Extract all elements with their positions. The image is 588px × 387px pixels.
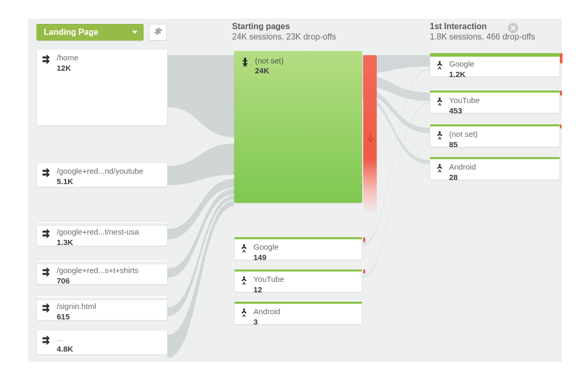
first-interaction-node[interactable]: YouTube 453 bbox=[430, 92, 560, 113]
node-value: 5.1K bbox=[57, 177, 143, 186]
node-label: ... bbox=[57, 334, 73, 343]
column-subtitle: 1.8K sessions, 466 drop-offs bbox=[430, 32, 535, 42]
column-header-starting-pages: Starting pages 24K sessions, 23K drop-of… bbox=[232, 22, 336, 42]
first-interaction-node[interactable]: Google 1.2K bbox=[430, 55, 560, 77]
node-value: 706 bbox=[57, 276, 138, 285]
node-value: 3 bbox=[253, 317, 280, 326]
through-traffic-icon bbox=[41, 167, 53, 178]
dropoff-arrow-icon bbox=[366, 133, 375, 145]
node-topbar bbox=[234, 237, 362, 239]
svg-point-5 bbox=[439, 97, 441, 99]
dropoff-mark bbox=[363, 237, 365, 242]
dropoff-mark bbox=[363, 269, 365, 274]
gear-icon bbox=[153, 27, 162, 38]
node-value: 12 bbox=[253, 285, 284, 294]
column-title: 1st Interaction bbox=[430, 22, 535, 31]
dropoff-mark bbox=[560, 91, 562, 96]
settings-button[interactable] bbox=[149, 24, 167, 41]
dimension-dropdown[interactable]: Landing Page bbox=[36, 24, 144, 41]
step-icon bbox=[434, 163, 445, 173]
node-value: 615 bbox=[57, 312, 96, 321]
node-mini-bar bbox=[36, 295, 168, 299]
column-header-first-interaction: 1st Interaction 1.8K sessions, 466 drop-… bbox=[430, 22, 535, 42]
node-label: /home bbox=[57, 54, 79, 62]
landing-page-node[interactable]: /signin.html 615 bbox=[36, 300, 168, 320]
svg-point-3 bbox=[243, 308, 245, 311]
svg-point-0 bbox=[244, 57, 246, 59]
starting-page-node-primary[interactable]: (not set) 24K bbox=[234, 51, 362, 203]
column-subtitle: 24K sessions, 23K drop-offs bbox=[232, 32, 336, 42]
through-traffic-icon bbox=[41, 54, 53, 65]
through-traffic-icon bbox=[41, 266, 53, 278]
step-icon bbox=[239, 243, 249, 253]
close-icon bbox=[510, 23, 516, 33]
landing-page-node[interactable]: /google+red...nd/youtube 5.1K bbox=[36, 162, 168, 187]
node-value: 24K bbox=[255, 66, 284, 75]
svg-point-6 bbox=[439, 131, 441, 133]
node-value: 4.8K bbox=[57, 344, 73, 353]
node-topbar bbox=[234, 269, 362, 272]
dimension-dropdown-label: Landing Page bbox=[44, 28, 98, 36]
node-label: /google+red...s+t+shirts bbox=[57, 266, 138, 275]
node-topbar bbox=[430, 91, 560, 93]
node-label: Google bbox=[449, 60, 474, 69]
svg-point-1 bbox=[243, 244, 245, 246]
through-traffic-icon bbox=[41, 334, 53, 346]
node-label: /signin.html bbox=[57, 302, 96, 311]
node-label: (not set) bbox=[449, 130, 478, 139]
dropoff-mark bbox=[560, 53, 563, 63]
starting-page-node[interactable]: Google 149 bbox=[234, 238, 362, 260]
node-value: 28 bbox=[449, 173, 476, 182]
node-value: 1.2K bbox=[449, 70, 474, 79]
first-interaction-node[interactable]: (not set) 85 bbox=[430, 125, 560, 147]
node-topbar bbox=[430, 157, 560, 159]
node-label: /google+red...t/nest-usa bbox=[57, 228, 139, 237]
node-value: 1.3K bbox=[57, 238, 139, 247]
behavior-flow-panel: Landing Page Starting pages 24K sessions… bbox=[28, 19, 562, 362]
step-icon bbox=[434, 96, 445, 107]
step-icon bbox=[239, 56, 251, 68]
column-title: Starting pages bbox=[232, 22, 336, 31]
landing-page-node[interactable]: /home 12K bbox=[36, 49, 168, 126]
svg-point-2 bbox=[243, 276, 245, 278]
node-label: Android bbox=[253, 307, 280, 316]
through-traffic-icon bbox=[41, 228, 53, 239]
through-traffic-icon bbox=[41, 302, 53, 314]
remove-step-button[interactable] bbox=[508, 23, 518, 33]
dropoff-mark bbox=[560, 124, 561, 128]
svg-point-4 bbox=[439, 61, 441, 63]
node-mini-bar bbox=[36, 260, 168, 263]
node-value: 453 bbox=[449, 106, 480, 115]
node-topbar bbox=[234, 302, 362, 304]
node-label: (not set) bbox=[255, 56, 284, 65]
svg-point-7 bbox=[439, 164, 441, 166]
step-icon bbox=[434, 60, 445, 70]
node-value: 85 bbox=[449, 140, 478, 149]
step-icon bbox=[239, 275, 249, 286]
caret-down-icon bbox=[132, 31, 137, 34]
node-label: /google+red...nd/youtube bbox=[57, 167, 143, 176]
landing-page-node[interactable]: ... 4.8K bbox=[36, 330, 168, 355]
node-topbar bbox=[430, 53, 560, 57]
node-value: 149 bbox=[253, 253, 278, 262]
step-icon bbox=[239, 307, 249, 318]
starting-page-node[interactable]: YouTube 12 bbox=[234, 270, 362, 292]
landing-page-node[interactable]: /google+red...t/nest-usa 1.3K bbox=[36, 225, 168, 246]
starting-page-node[interactable]: Android 3 bbox=[234, 303, 362, 325]
step-icon bbox=[434, 130, 445, 140]
landing-page-node[interactable]: /google+red...s+t+shirts 706 bbox=[36, 264, 168, 285]
node-mini-bar bbox=[36, 221, 168, 224]
first-interaction-node[interactable]: Android 28 bbox=[430, 158, 560, 180]
node-label: YouTube bbox=[253, 275, 284, 284]
node-value: 12K bbox=[57, 63, 79, 72]
node-label: YouTube bbox=[449, 96, 480, 105]
node-label: Google bbox=[253, 243, 278, 252]
node-topbar bbox=[430, 124, 560, 126]
node-label: Android bbox=[449, 163, 476, 172]
